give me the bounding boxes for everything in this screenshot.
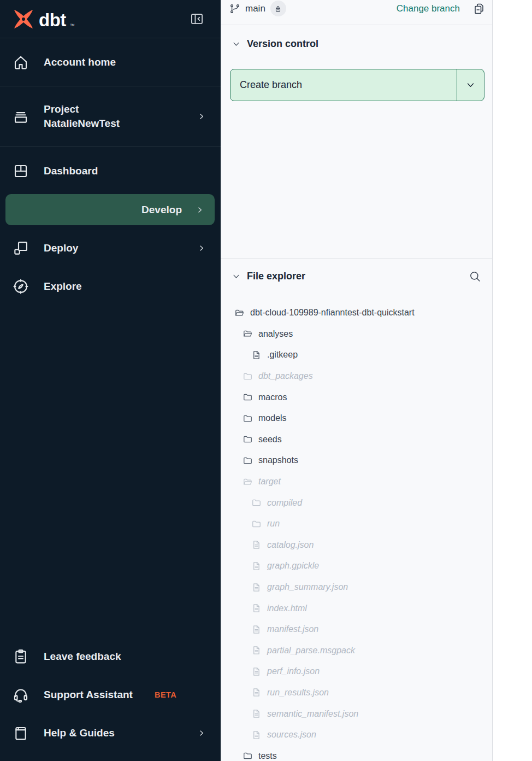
- tree-item-folder[interactable]: models: [230, 408, 484, 429]
- tree-item-file[interactable]: semantic_manifest.json: [230, 703, 484, 724]
- file-icon: [251, 540, 262, 550]
- tree-item-label: tests: [258, 751, 277, 761]
- tree-item-folder[interactable]: tests: [230, 745, 484, 761]
- file-search-button[interactable]: [469, 270, 481, 283]
- project-icon: [12, 108, 29, 125]
- tree-item-label: target: [258, 477, 281, 487]
- sidebar-item-leave-feedback[interactable]: Leave feedback: [0, 637, 221, 676]
- sidebar-spacer: [0, 306, 221, 637]
- chevron-right-icon: [198, 113, 205, 120]
- tree-item-folder[interactable]: analyses: [230, 324, 484, 345]
- folder-icon: [243, 392, 253, 402]
- tree-item-file[interactable]: manifest.json: [230, 619, 484, 640]
- copy-branch-button[interactable]: [472, 2, 486, 15]
- change-branch-link[interactable]: Change branch: [397, 3, 460, 14]
- file-explorer-section: File explorer dbt-cloud-109989-nfianntes…: [221, 259, 492, 761]
- sidebar-item-label: Develop: [141, 203, 182, 217]
- tree-item-label: semantic_manifest.json: [267, 709, 358, 719]
- sidebar-item-label: Deploy: [44, 241, 78, 255]
- tree-item-file[interactable]: index.html: [230, 598, 484, 619]
- tree-item-label: partial_parse.msgpack: [267, 646, 355, 655]
- git-branch-icon: [229, 3, 240, 14]
- file-tree: dbt-cloud-109989-nfianntest-dbt-quicksta…: [230, 302, 484, 761]
- tree-item-file[interactable]: sources.json: [230, 724, 484, 746]
- sidebar-item-project[interactable]: Project NatalieNewTest: [0, 86, 221, 147]
- tree-item-file[interactable]: .gitkeep: [230, 344, 484, 366]
- sidebar-item-label: Explore: [44, 279, 82, 294]
- tree-item-label: models: [258, 413, 287, 423]
- file-icon: [251, 666, 262, 677]
- file-icon: [251, 687, 262, 698]
- file-icon: [251, 709, 262, 719]
- folder-icon: [243, 371, 253, 382]
- sidebar-item-explore[interactable]: Explore: [0, 267, 221, 306]
- sidebar-footer: Leave feedback Support Assistant BETA: [0, 637, 221, 761]
- tree-item-file[interactable]: perf_info.json: [230, 661, 484, 682]
- explore-compass-icon: [12, 278, 29, 295]
- tree-item-root-folder[interactable]: dbt-cloud-109989-nfianntest-dbt-quicksta…: [230, 302, 484, 324]
- tree-item-label: catalog.json: [267, 540, 314, 550]
- sidebar-header: dbt ™: [0, 0, 221, 38]
- dbt-logo-icon: [12, 8, 35, 31]
- beta-badge: BETA: [155, 690, 176, 699]
- tree-item-file[interactable]: partial_parse.msgpack: [230, 640, 484, 662]
- tree-item-label: snapshots: [258, 455, 298, 465]
- dbt-logo[interactable]: dbt ™: [12, 8, 75, 31]
- tree-item-file[interactable]: run_results.json: [230, 682, 484, 704]
- tree-item-label: index.html: [267, 604, 307, 613]
- folder-open-icon: [243, 477, 253, 487]
- folder-icon: [251, 519, 262, 529]
- tree-item-label: manifest.json: [267, 624, 318, 634]
- folder-open-icon: [234, 308, 245, 318]
- collapse-sidebar-button[interactable]: [190, 11, 204, 26]
- version-control-header[interactable]: Version control: [230, 36, 484, 51]
- sidebar-item-support-assistant[interactable]: Support Assistant BETA: [0, 676, 221, 714]
- section-title: File explorer: [247, 271, 305, 282]
- sidebar-item-account-home[interactable]: Account home: [0, 38, 221, 86]
- sidebar-item-label: Leave feedback: [44, 649, 121, 664]
- tree-item-folder[interactable]: target: [230, 471, 484, 493]
- folder-icon: [243, 455, 253, 466]
- tree-item-folder[interactable]: run: [230, 513, 484, 535]
- current-branch-name: main: [245, 3, 265, 14]
- sidebar-menu: Dashboard Develop: [0, 147, 221, 306]
- search-icon: [469, 270, 481, 283]
- create-branch-split-button: Create branch: [230, 69, 484, 101]
- tree-item-file[interactable]: graph.gpickle: [230, 555, 484, 577]
- tree-item-label: analyses: [258, 329, 293, 339]
- branch-toolbar: main Change branch: [221, 0, 492, 25]
- sidebar-item-label: Help & Guides: [44, 726, 115, 740]
- sidebar-item-develop-slot: Develop: [0, 190, 221, 229]
- tree-item-folder[interactable]: macros: [230, 387, 484, 408]
- version-control-section: Version control Create branch: [221, 25, 492, 259]
- create-branch-caret-button[interactable]: [457, 69, 484, 101]
- file-explorer-header[interactable]: File explorer: [230, 268, 484, 284]
- tree-item-folder[interactable]: snapshots: [230, 450, 484, 471]
- tree-item-folder[interactable]: dbt_packages: [230, 366, 484, 387]
- folder-icon: [243, 434, 253, 444]
- tree-item-file[interactable]: graph_summary.json: [230, 577, 484, 598]
- sidebar-item-develop[interactable]: Develop: [5, 194, 215, 225]
- copy-icon: [472, 2, 486, 15]
- sidebar-item-help-guides[interactable]: Help & Guides: [0, 714, 221, 752]
- clipboard-icon: [12, 648, 29, 665]
- branch-lock-badge: [270, 1, 286, 16]
- tree-item-folder[interactable]: seeds: [230, 429, 484, 450]
- book-icon: [12, 724, 29, 742]
- folder-icon: [243, 751, 253, 761]
- create-branch-button[interactable]: Create branch: [230, 69, 457, 101]
- file-icon: [251, 350, 262, 360]
- tree-item-label: dbt-cloud-109989-nfianntest-dbt-quicksta…: [250, 308, 415, 318]
- sidebar-item-label: Account home: [44, 55, 116, 69]
- side-panel: main Change branch Version co: [221, 0, 493, 761]
- tree-item-file[interactable]: catalog.json: [230, 535, 484, 556]
- tree-item-label: graph_summary.json: [267, 582, 348, 592]
- tree-item-label: run_results.json: [267, 688, 329, 698]
- chevron-down-icon: [232, 40, 240, 48]
- chevron-right-icon: [196, 206, 204, 214]
- chevron-right-icon: [198, 244, 205, 252]
- tree-item-folder[interactable]: compiled: [230, 492, 484, 513]
- deploy-icon: [12, 239, 29, 257]
- lock-icon: [274, 4, 282, 13]
- logo-trademark: ™: [70, 23, 75, 31]
